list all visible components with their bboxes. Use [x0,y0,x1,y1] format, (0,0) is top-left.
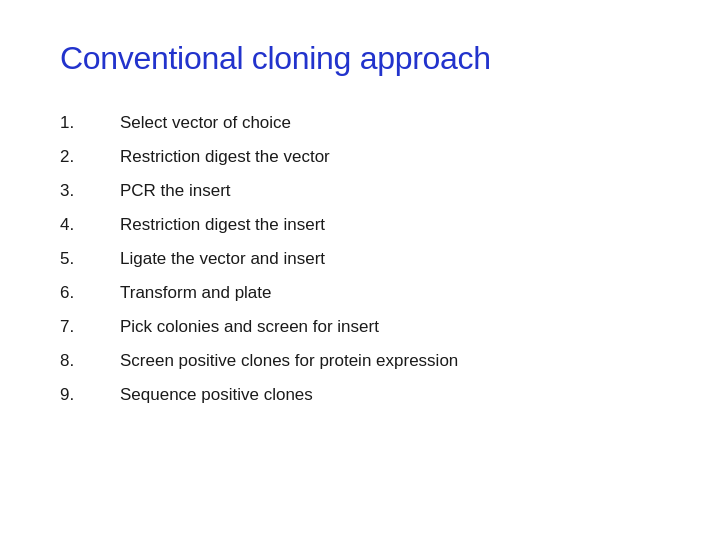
list-text-2: Restriction digest the vector [120,147,330,167]
list-number-7: 7. [60,317,120,337]
list-text-6: Transform and plate [120,283,272,303]
list-item: 4.Restriction digest the insert [60,215,660,235]
list-number-8: 8. [60,351,120,371]
list-text-8: Screen positive clones for protein expre… [120,351,458,371]
list-item: 9.Sequence positive clones [60,385,660,405]
list-text-4: Restriction digest the insert [120,215,325,235]
list-text-7: Pick colonies and screen for insert [120,317,379,337]
list-number-9: 9. [60,385,120,405]
list-text-3: PCR the insert [120,181,231,201]
list-number-6: 6. [60,283,120,303]
content-list: 1.Select vector of choice2.Restriction d… [60,113,660,405]
list-item: 2.Restriction digest the vector [60,147,660,167]
list-item: 6.Transform and plate [60,283,660,303]
list-text-9: Sequence positive clones [120,385,313,405]
list-number-2: 2. [60,147,120,167]
slide: Conventional cloning approach 1.Select v… [0,0,720,540]
list-text-1: Select vector of choice [120,113,291,133]
list-item: 5.Ligate the vector and insert [60,249,660,269]
list-item: 8.Screen positive clones for protein exp… [60,351,660,371]
list-number-1: 1. [60,113,120,133]
slide-title: Conventional cloning approach [60,40,660,77]
list-item: 1.Select vector of choice [60,113,660,133]
list-number-5: 5. [60,249,120,269]
list-number-4: 4. [60,215,120,235]
list-item: 3.PCR the insert [60,181,660,201]
list-text-5: Ligate the vector and insert [120,249,325,269]
list-number-3: 3. [60,181,120,201]
list-item: 7.Pick colonies and screen for insert [60,317,660,337]
